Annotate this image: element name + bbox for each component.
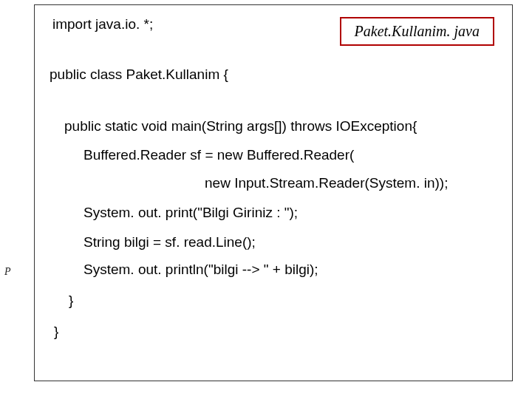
code-line-close-class: } [54, 323, 499, 341]
page-side-marker: P [4, 266, 11, 278]
code-line-readline: String bilgi = sf. read.Line(); [83, 233, 499, 251]
code-slide-frame: Paket.Kullanim. java import java.io. *; … [34, 4, 513, 381]
code-line-println: System. out. println("bilgi --> " + bilg… [83, 261, 499, 279]
code-line-close-main: } [69, 292, 499, 310]
file-name-label: Paket.Kullanim. java [340, 17, 494, 46]
code-line-class-decl: public class Paket.Kullanim { [50, 66, 499, 83]
code-line-reader-new: Buffered.Reader sf = new Buffered.Reader… [83, 146, 499, 164]
code-line-inputstream: new Input.Stream.Reader(System. in)); [205, 174, 499, 192]
code-line-main-decl: public static void main(String args[]) t… [64, 117, 499, 135]
code-line-print-prompt: System. out. print("Bilgi Giriniz : "); [83, 204, 499, 222]
